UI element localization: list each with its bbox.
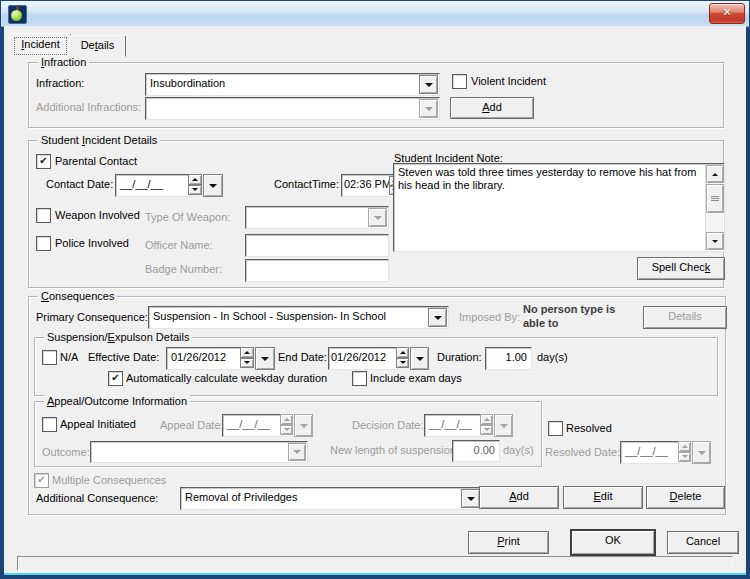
spin-up-icon — [280, 414, 293, 425]
resolved-label: Resolved — [566, 422, 612, 434]
duration-label: Duration: — [437, 351, 482, 363]
outcome-dropdown-icon — [288, 443, 306, 461]
resolved-date-spinner — [678, 441, 691, 462]
ok-button[interactable]: OK — [570, 529, 656, 556]
spin-down-icon — [280, 425, 293, 436]
title-bar — [1, 1, 749, 27]
print-button[interactable]: Print — [468, 531, 549, 554]
type-of-weapon-label: Type Of Weapon: — [145, 211, 230, 223]
primary-consequence-label: Primary Consequence: — [36, 311, 148, 323]
decision-date-dropdown-icon — [494, 414, 513, 437]
details-button: Details — [643, 306, 727, 329]
infraction-dropdown-icon[interactable] — [419, 75, 438, 94]
tab-details[interactable]: Details — [69, 35, 126, 57]
end-date-spinner[interactable] — [396, 347, 409, 368]
spin-up-icon — [480, 414, 493, 425]
add-consequence-button[interactable]: Add — [479, 486, 559, 509]
infraction-label: Infraction: — [36, 77, 84, 89]
effective-date-field[interactable]: 01/26/2012 — [166, 347, 242, 370]
parental-contact-label: Parental Contact — [55, 155, 137, 167]
spin-up-icon — [678, 441, 691, 452]
spell-check-button[interactable]: Spell Check — [637, 257, 725, 280]
appeal-date-field: __/__/__ — [222, 414, 282, 437]
additional-consequence-dropdown-icon[interactable] — [461, 489, 480, 508]
auto-weekday-checkbox[interactable]: ✔ — [108, 371, 123, 386]
scroll-up-icon[interactable] — [706, 165, 724, 183]
officer-name-label: Officer Name: — [145, 239, 213, 251]
appeal-date-dropdown-icon — [294, 414, 313, 437]
additional-consequence-combobox[interactable]: Removal of Priviledges — [180, 487, 482, 510]
incident-dialog-window: ✕ Incident Details Infraction Infraction… — [0, 0, 750, 579]
spin-down-icon[interactable] — [396, 358, 409, 369]
contact-date-label: Contact Date: — [46, 178, 113, 190]
contact-time-label: ContactTime: — [274, 178, 339, 190]
contact-date-spinner[interactable] — [188, 174, 202, 195]
weapon-involved-checkbox[interactable] — [36, 208, 51, 223]
police-involved-label: Police Involved — [55, 237, 129, 249]
appeal-outcome-legend: Appeal/Outcome Information — [44, 395, 190, 407]
multiple-consequences-checkbox: ✔ — [34, 473, 49, 488]
student-incident-details-legend: Student Incident Details — [38, 134, 160, 146]
violent-incident-label: Violent Incident — [471, 75, 546, 87]
violent-incident-checkbox[interactable] — [452, 74, 467, 89]
spin-up-icon[interactable] — [396, 347, 409, 358]
suspension-expulsion-legend: Suspension/Expulson Details — [44, 331, 192, 343]
cancel-button[interactable]: Cancel — [667, 531, 739, 554]
edit-consequence-button[interactable]: Edit — [563, 486, 643, 509]
appeal-initiated-checkbox[interactable] — [42, 417, 57, 432]
contact-date-field[interactable]: __/__/__ — [115, 174, 190, 197]
new-length-label: New length of suspension — [330, 444, 456, 456]
resolved-date-dropdown-icon — [692, 441, 711, 464]
add-infraction-button[interactable]: Add — [450, 97, 534, 119]
spin-up-icon[interactable] — [240, 347, 254, 358]
spin-up-icon[interactable] — [188, 174, 202, 185]
effective-date-dropdown-icon[interactable] — [255, 347, 275, 370]
decision-date-label: Decision Date: — [352, 419, 424, 431]
appeal-date-label: Appeal Date: — [160, 419, 224, 431]
appeal-initiated-label: Appeal Initiated — [60, 418, 136, 430]
bottom-sunken-panel — [17, 556, 733, 571]
badge-number-field[interactable] — [245, 259, 389, 282]
police-involved-checkbox[interactable] — [36, 236, 51, 251]
officer-name-field[interactable] — [245, 234, 389, 257]
appeal-date-spinner — [280, 414, 293, 435]
outcome-combobox — [90, 441, 308, 463]
delete-consequence-button[interactable]: Delete — [646, 486, 725, 509]
infraction-combobox[interactable]: Insubordination — [145, 73, 440, 96]
duration-field[interactable]: 1.00 — [485, 347, 532, 370]
primary-consequence-combobox[interactable]: Suspension - In School - Suspension- In … — [148, 306, 449, 329]
end-date-field[interactable]: 01/26/2012 — [328, 347, 398, 370]
note-scrollbar[interactable] — [705, 165, 723, 250]
outcome-label: Outcome: — [42, 446, 90, 458]
primary-consequence-dropdown-icon[interactable] — [428, 308, 447, 327]
infraction-group-legend: Infraction — [38, 56, 89, 68]
window-bottom-edge — [4, 573, 746, 575]
spin-down-icon — [480, 425, 493, 436]
spin-down-icon[interactable] — [188, 185, 202, 196]
end-date-dropdown-icon[interactable] — [410, 347, 429, 370]
resolved-date-label: Resolved Date: — [545, 446, 620, 458]
na-checkbox[interactable] — [42, 350, 57, 365]
effective-date-label: Effective Date: — [88, 351, 159, 363]
close-icon[interactable]: ✕ — [709, 3, 745, 24]
na-label: N/A — [60, 351, 78, 363]
tab-incident[interactable]: Incident — [10, 33, 71, 57]
scrollbar-thumb[interactable] — [706, 184, 724, 213]
weapon-involved-label: Weapon Involved — [55, 209, 140, 221]
include-exam-days-label: Include exam days — [370, 372, 462, 384]
decision-date-spinner — [480, 414, 493, 435]
type-of-weapon-dropdown-icon — [368, 208, 387, 227]
parental-contact-checkbox[interactable]: ✔ — [36, 154, 51, 169]
include-exam-days-checkbox[interactable] — [352, 371, 367, 386]
resolved-checkbox[interactable] — [548, 421, 563, 436]
multiple-consequences-label: Multiple Consequences — [52, 474, 166, 486]
imposed-by-value: No person type is able to — [523, 302, 638, 330]
effective-date-spinner[interactable] — [240, 347, 254, 368]
scroll-down-icon[interactable] — [706, 232, 724, 250]
new-length-days-label: day(s) — [503, 444, 534, 456]
imposed-by-label: Imposed By: — [459, 311, 520, 323]
contact-date-dropdown-icon[interactable] — [203, 174, 223, 197]
spin-down-icon[interactable] — [240, 358, 254, 369]
student-incident-note-textarea[interactable]: Steven was told three times yesterday to… — [393, 163, 725, 252]
additional-infractions-combobox — [145, 97, 440, 120]
